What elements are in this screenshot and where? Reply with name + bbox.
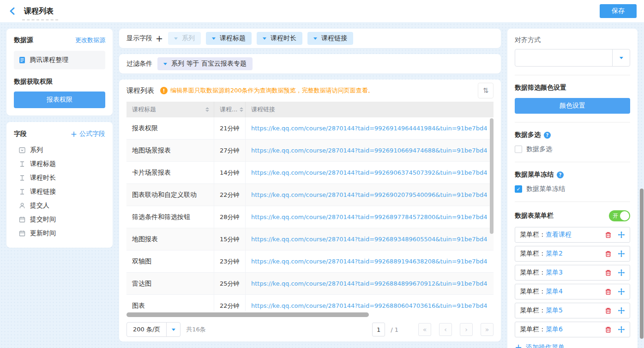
table-row[interactable]: 报表权限 21分钟 https://ke.qq.com/course/28701… (126, 117, 494, 140)
trash-icon[interactable] (605, 307, 612, 314)
move-icon[interactable] (618, 250, 625, 257)
sort-carets-icon[interactable] (240, 107, 243, 112)
checkbox-checked[interactable]: ✓ (515, 185, 522, 193)
next-page-button[interactable]: › (460, 323, 473, 336)
table-row[interactable]: 地图场景报表 27分钟 https://ke.qq.com/course/287… (126, 140, 494, 162)
trash-icon[interactable] (605, 288, 612, 295)
course-link[interactable]: https://ke.qq.com/course/2870144?taid=99… (251, 280, 487, 287)
chevron-down-icon (166, 323, 180, 336)
color-settings-button[interactable]: 颜色设置 (515, 98, 630, 114)
table-row[interactable]: 雷达图 25分钟 https://ke.qq.com/course/287014… (126, 273, 494, 295)
add-action-menu-link[interactable]: + 添加操作菜单 (515, 343, 630, 348)
page-size-select[interactable]: 200 条/页 (126, 322, 181, 337)
display-field-chip[interactable]: 系列 (168, 32, 201, 45)
menu-bar-item: 菜单栏：菜单2 (515, 246, 630, 262)
sort-order-button[interactable]: ⇅ (478, 83, 494, 98)
trash-icon[interactable] (605, 232, 612, 238)
multi-select-checkbox-row[interactable]: 数据多选 (515, 145, 630, 153)
page-number-input[interactable]: 1 (372, 323, 385, 336)
table-horizontal-scrollbar[interactable] (126, 312, 369, 317)
display-field-chip[interactable]: 课程时长 (257, 32, 302, 45)
table-row[interactable]: 卡片场景报表 14分钟 https://ke.qq.com/course/287… (126, 162, 494, 184)
change-datasource-link[interactable]: 更改数据源 (75, 36, 105, 44)
window-scrollbar[interactable] (640, 189, 644, 339)
menu-item-link[interactable]: 菜单6 (546, 325, 563, 333)
table-vertical-scrollbar[interactable] (490, 118, 494, 234)
question-icon[interactable]: ? (544, 132, 551, 139)
table-row[interactable]: 双轴图 23分钟 https://ke.qq.com/course/287014… (126, 250, 494, 273)
warning-icon: ! (160, 87, 168, 94)
column-header-course-title[interactable]: 课程标题 (126, 102, 214, 117)
course-link[interactable]: https://ke.qq.com/course/2870144?taid=99… (251, 191, 487, 198)
add-display-field-button[interactable]: + (156, 34, 163, 43)
chevron-down-icon (263, 37, 266, 40)
field-item-submit-time[interactable]: 提交时间 (14, 213, 105, 226)
course-link[interactable]: https://ke.qq.com/course/2870144?taid=99… (251, 147, 487, 154)
move-icon[interactable] (618, 231, 625, 238)
course-link[interactable]: https://ke.qq.com/course/2870144?taid=99… (251, 125, 487, 132)
move-icon[interactable] (618, 288, 625, 295)
text-field-icon (18, 160, 26, 168)
cell-course-duration: 22分钟 (214, 295, 246, 311)
datasource-item-label: 腾讯课程整理 (30, 56, 68, 64)
field-item-update-time[interactable]: 更新时间 (14, 226, 105, 240)
display-field-chip[interactable]: 课程标题 (206, 32, 252, 45)
table-title: 课程列表 (126, 86, 154, 95)
move-icon[interactable] (618, 326, 625, 333)
menu-item-link[interactable]: 菜单2 (546, 250, 563, 257)
menu-item-link[interactable]: 菜单4 (546, 287, 563, 295)
question-icon[interactable]: ? (557, 171, 564, 178)
course-link[interactable]: https://ke.qq.com/course/2870144?taid=99… (251, 214, 487, 220)
cell-course-title: 双轴图 (126, 250, 214, 272)
trash-icon[interactable] (605, 326, 612, 333)
menu-bar-toggle[interactable]: 开 (609, 210, 630, 221)
freeze-checkbox-row[interactable]: ✓ 数据菜单冻结 (515, 185, 630, 193)
table-row[interactable]: 图表 22分钟 https://ke.qq.com/course/2870144… (126, 295, 494, 311)
fields-list: 系列 课程标题 课程时长 课程链接 提交人 (14, 143, 105, 240)
filter-bar: 过滤条件 系列 等于 百宝云报表专题 (119, 54, 501, 73)
move-icon[interactable] (618, 269, 625, 276)
trash-icon[interactable] (605, 250, 612, 257)
checkbox-unchecked[interactable] (515, 146, 522, 153)
chip-label: 系列 等于 百宝云报表专题 (171, 60, 247, 68)
field-item-course-link[interactable]: 课程链接 (14, 185, 105, 199)
field-item-course-title[interactable]: 课程标题 (14, 157, 105, 171)
prev-page-button[interactable]: ‹ (439, 323, 452, 336)
page-total-label: / 1 (391, 326, 398, 333)
back-button[interactable] (7, 6, 18, 16)
report-permission-button[interactable]: 报表权限 (14, 92, 105, 108)
add-formula-field-link[interactable]: + 公式字段 (71, 129, 105, 139)
cell-course-duration: 14分钟 (214, 162, 246, 183)
align-select[interactable] (515, 49, 630, 67)
course-link[interactable]: https://ke.qq.com/course/2870144?taid=99… (251, 302, 487, 309)
field-item-course-duration[interactable]: 课程时长 (14, 171, 105, 185)
menu-item-link[interactable]: 菜单3 (546, 269, 563, 276)
move-icon[interactable] (618, 307, 625, 314)
display-fields-bar: 显示字段 + 系列 课程标题 课程时长 课程链接 (119, 29, 501, 48)
table-row[interactable]: 地图报表 15分钟 https://ke.qq.com/course/28701… (126, 228, 494, 250)
last-page-button[interactable]: » (481, 323, 494, 336)
display-field-chip[interactable]: 课程链接 (307, 32, 353, 45)
field-item-series[interactable]: 系列 (14, 143, 105, 157)
column-header-course-duration[interactable]: 课程... (214, 102, 246, 117)
course-link[interactable]: https://ke.qq.com/course/2870144?taid=99… (251, 236, 487, 243)
menu-item-link[interactable]: 菜单5 (546, 306, 563, 314)
table-panel: 课程列表 ! 编辑界面只取数据源前200条作为查询数据预览，完整数据请访问页面查… (119, 79, 501, 342)
field-item-submitter[interactable]: 提交人 (14, 199, 105, 213)
table-row[interactable]: 筛选条件和筛选按钮 28分钟 https://ke.qq.com/course/… (126, 206, 494, 228)
datasource-item[interactable]: 腾讯课程整理 (14, 51, 105, 69)
save-button[interactable]: 保存 (600, 4, 637, 18)
checkbox-label: 数据多选 (526, 145, 552, 153)
sort-carets-icon[interactable] (205, 107, 209, 112)
course-link[interactable]: https://ke.qq.com/course/2870144?taid=99… (251, 169, 487, 176)
field-label: 课程标题 (30, 160, 56, 168)
table-row[interactable]: 图表联动和自定义联动 22分钟 https://ke.qq.com/course… (126, 184, 494, 206)
trash-icon[interactable] (605, 269, 612, 276)
topbar: 课程列表 保存 (0, 0, 644, 22)
first-page-button[interactable]: « (418, 323, 431, 336)
pagination-bar: 200 条/页 共16条 1 / 1 « ‹ › » (126, 317, 494, 342)
filter-chip[interactable]: 系列 等于 百宝云报表专题 (157, 57, 253, 70)
menu-item-link[interactable]: 查看课程 (546, 231, 572, 238)
course-link[interactable]: https://ke.qq.com/course/2870144?taid=99… (251, 258, 487, 265)
field-label: 课程链接 (30, 188, 56, 196)
